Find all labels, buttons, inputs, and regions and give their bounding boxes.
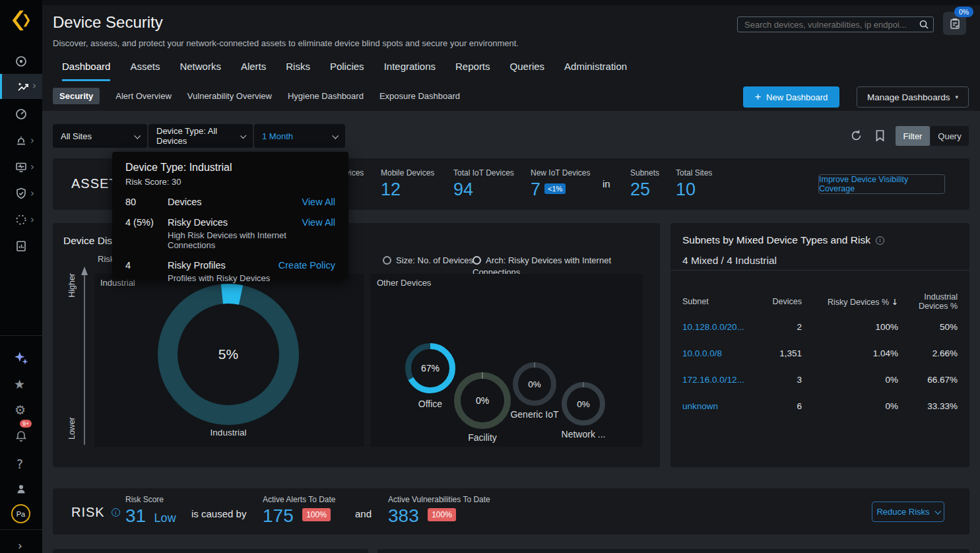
sidebar-item-user[interactable] xyxy=(0,476,42,502)
stat-new-iot-devices: New IoT Devices 7<1% xyxy=(531,168,590,200)
sidebar-item-dashboards-active[interactable]: › xyxy=(0,74,42,99)
star-icon: ★ xyxy=(14,378,25,391)
search-input[interactable] xyxy=(737,16,934,32)
cell-devices: 6 xyxy=(756,401,802,411)
col-devices[interactable]: Devices xyxy=(756,297,802,306)
stat-label: Mobile Devices xyxy=(381,168,434,178)
sidebar-item-devices[interactable]: › xyxy=(0,154,42,179)
in-label: in xyxy=(603,178,610,189)
tab-integrations[interactable]: Integrations xyxy=(384,61,436,81)
new-dashboard-button[interactable]: + New Dashboard xyxy=(743,86,839,108)
vulns-badge: 100% xyxy=(428,508,456,521)
subnets-table-header: Subnet Devices Risky Devices % ↓ Industr… xyxy=(670,292,969,311)
stat-label: New IoT Devices xyxy=(531,168,590,178)
brand-logo[interactable] xyxy=(11,9,32,32)
and-label: and xyxy=(355,508,372,519)
subtab-security[interactable]: Security xyxy=(53,88,100,104)
sidebar-item-alerts[interactable]: › xyxy=(0,128,42,153)
tab-risks[interactable]: Risks xyxy=(286,61,310,81)
chevron-down-icon xyxy=(240,133,246,139)
tab-networks[interactable]: Networks xyxy=(180,61,221,81)
sidebar-item-settings[interactable]: ⚙ xyxy=(0,397,42,422)
page-header: Device Security Discover, assess, and pr… xyxy=(42,0,980,111)
sidebar-collapse[interactable]: › xyxy=(0,533,42,553)
time-range-dropdown[interactable]: 1 Month xyxy=(254,124,345,148)
sidebar-item-notifications[interactable]: 9+ xyxy=(0,424,42,449)
reduce-risks-button[interactable]: Reduce Risks xyxy=(872,502,944,522)
risk-axis-arrow xyxy=(79,267,90,446)
chevron-right-icon: › xyxy=(30,215,34,225)
subtab-alert-overview[interactable]: Alert Overview xyxy=(115,88,172,104)
tab-queries[interactable]: Queries xyxy=(510,61,545,81)
col-risky[interactable]: Risky Devices % ↓ xyxy=(806,297,898,307)
chevron-down-icon xyxy=(934,508,941,515)
tooltip-label: Devices xyxy=(168,197,295,207)
ai-sparkles-icon xyxy=(13,350,29,366)
manage-dashboards-button[interactable]: Manage Dashboards ▾ xyxy=(857,86,969,108)
query-toggle-button[interactable]: Query xyxy=(931,126,969,146)
siren-icon xyxy=(15,134,28,147)
sidebar-item-integrations[interactable]: › xyxy=(0,207,42,232)
subnet-link[interactable]: 10.0.0.0/8 xyxy=(682,348,752,358)
create-policy-link[interactable]: Create Policy xyxy=(278,260,335,271)
tab-policies[interactable]: Policies xyxy=(330,61,364,81)
coverage-badge: 0% xyxy=(954,7,973,17)
col-industrial[interactable]: Industrial Devices % xyxy=(902,292,958,311)
sidebar-item-help[interactable]: ? xyxy=(0,451,42,476)
filter-toggle-button[interactable]: Filter xyxy=(896,126,930,146)
subnet-link[interactable]: 172.16.0.0/12... xyxy=(682,375,752,385)
search-icon[interactable] xyxy=(919,19,929,30)
chevron-right-icon: › xyxy=(30,189,34,199)
improve-visibility-button[interactable]: Improve Device Visibility Coverage xyxy=(818,174,945,194)
dotted-circle-icon xyxy=(15,213,28,226)
sites-dropdown[interactable]: All Sites xyxy=(53,124,147,148)
sidebar-item-radar[interactable] xyxy=(0,49,42,74)
subtab-hygiene-dashboard[interactable]: Hygiene Dashboard xyxy=(288,88,364,104)
tab-reports[interactable]: Reports xyxy=(455,61,490,81)
col-subnet[interactable]: Subnet xyxy=(682,297,752,306)
generic-iot-bubble-value: 0% xyxy=(511,360,558,408)
tooltip-row-risky-devices: 4 (5%) Risky Devices View All High Risk … xyxy=(125,217,335,250)
tab-alerts[interactable]: Alerts xyxy=(241,61,266,81)
sidebar-item-reports[interactable] xyxy=(0,234,42,259)
trend-badge: <1% xyxy=(544,183,566,194)
subnet-link[interactable]: 10.128.0.0/20... xyxy=(682,322,752,332)
tab-assets[interactable]: Assets xyxy=(130,61,160,81)
table-row: 10.128.0.0/20... 2 100% 50% xyxy=(670,322,969,332)
refresh-icon[interactable] xyxy=(850,129,863,142)
user-icon xyxy=(15,482,28,496)
main-nav-tabs: Dashboard Assets Networks Alerts Risks P… xyxy=(62,61,627,81)
radio-size[interactable]: Size: No. of Devices xyxy=(383,254,473,266)
device-type-dropdown[interactable]: Device Type: All Devices xyxy=(148,124,253,148)
avatar[interactable]: Pa xyxy=(11,504,30,523)
subtab-vulnerability-overview[interactable]: Vulnerability Overview xyxy=(187,88,272,104)
subnet-link[interactable]: unknown xyxy=(682,401,752,411)
subtab-exposure-dashboard[interactable]: Exposure Dashboard xyxy=(379,88,460,104)
bookmark-icon[interactable] xyxy=(874,129,886,142)
table-row: unknown 6 0% 33.33% xyxy=(670,401,969,411)
sidebar-divider xyxy=(0,335,42,336)
sidebar-item-favorites[interactable]: ★ xyxy=(0,372,42,397)
tab-dashboard[interactable]: Dashboard xyxy=(62,61,110,81)
notification-badge: 9+ xyxy=(20,420,32,428)
network-bubble-value: 0% xyxy=(560,380,607,428)
sort-desc-icon[interactable]: ↓ xyxy=(892,297,898,307)
view-all-link[interactable]: View All xyxy=(302,197,335,207)
risk-score-label: Risk Score xyxy=(125,495,176,504)
tab-administration[interactable]: Administration xyxy=(564,61,627,81)
office-bubble-value: 67% xyxy=(403,341,458,396)
tooltip-label: Risky Devices xyxy=(168,217,295,228)
risk-score-value: 31 xyxy=(125,505,146,526)
donut-center-value: 5% xyxy=(152,278,304,430)
sidebar-item-gauge[interactable] xyxy=(0,102,42,127)
sidebar-item-ai[interactable] xyxy=(0,346,42,371)
info-icon[interactable]: i xyxy=(112,508,120,517)
tooltip-row-risky-profiles: 4 Risky Profiles Create Policy Profiles … xyxy=(125,260,335,283)
stat-total-iot-devices: Total IoT Devices 94 xyxy=(453,168,514,200)
tooltip-note: Profiles with Risky Devices xyxy=(168,273,335,283)
info-icon[interactable]: i xyxy=(876,236,884,245)
view-all-link[interactable]: View All xyxy=(302,217,335,228)
sidebar-item-policies[interactable]: › xyxy=(0,181,42,206)
cell-risky: 0% xyxy=(806,375,898,385)
office-bubble-label: Office xyxy=(403,399,458,409)
